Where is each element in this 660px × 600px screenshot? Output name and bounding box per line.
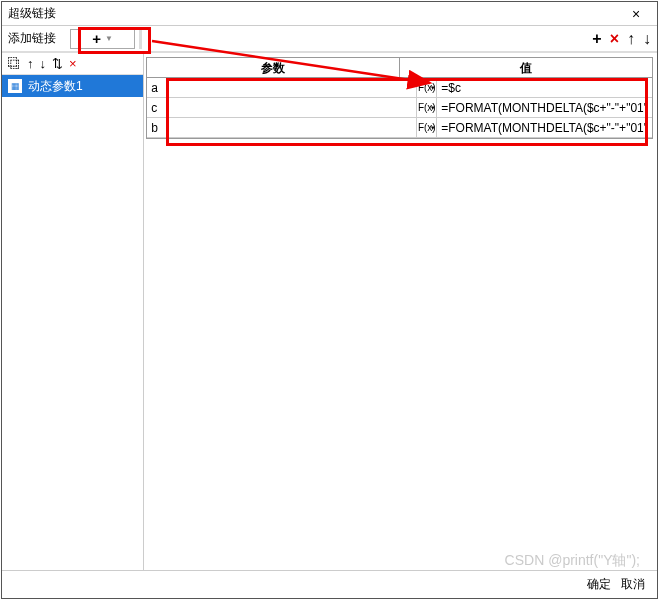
down-icon[interactable]: ↓ <box>40 56 47 71</box>
formula-button[interactable]: F(x) <box>417 98 437 117</box>
header-value: 值 <box>400 58 652 77</box>
copy-icon[interactable]: ⿻ <box>8 56 21 71</box>
table-row[interactable]: c F(x) =FORMAT(MONTHDELTA($c+"-"+"01" <box>147 98 652 118</box>
cell-param[interactable]: b <box>147 118 417 137</box>
left-pane: ⿻ ↑ ↓ ⇅ × ▦ 动态参数1 <box>2 53 144 570</box>
nav-back-icon[interactable] <box>139 29 145 49</box>
cell-param[interactable]: c <box>147 98 417 117</box>
up-icon[interactable]: ↑ <box>27 56 34 71</box>
toolbar: 添加链接 + ▼ + × ↑ ↓ <box>2 26 657 52</box>
table-header: 参数 值 <box>147 58 652 78</box>
header-param: 参数 <box>147 58 400 77</box>
add-row-icon[interactable]: + <box>592 30 601 48</box>
param-table: 参数 值 a F(x) =$c c F(x) =FORMAT(MONTHDELT… <box>146 57 653 139</box>
delete-icon[interactable]: × <box>69 56 77 71</box>
dialog-window: 超级链接 × 添加链接 + ▼ + × ↑ ↓ ⿻ ↑ ↓ ⇅ × ▦ <box>1 1 658 599</box>
link-type-icon: ▦ <box>8 79 22 93</box>
content-area: ⿻ ↑ ↓ ⇅ × ▦ 动态参数1 参数 值 a F(x) =$c <box>2 52 657 570</box>
add-link-button[interactable]: + ▼ <box>70 29 135 49</box>
delete-row-icon[interactable]: × <box>610 30 619 48</box>
titlebar: 超级链接 × <box>2 2 657 26</box>
cell-value[interactable]: =FORMAT(MONTHDELTA($c+"-"+"01" <box>437 118 652 137</box>
footer: 确定 取消 <box>2 570 657 598</box>
chevron-down-icon: ▼ <box>105 34 113 43</box>
sort-icon[interactable]: ⇅ <box>52 56 63 71</box>
formula-button[interactable]: F(x) <box>417 118 437 137</box>
move-down-icon[interactable]: ↓ <box>643 30 651 48</box>
table-row[interactable]: a F(x) =$c <box>147 78 652 98</box>
toolbar-label: 添加链接 <box>8 30 66 47</box>
cell-value[interactable]: =$c <box>437 78 652 97</box>
list-item[interactable]: ▦ 动态参数1 <box>2 75 143 97</box>
cancel-button[interactable]: 取消 <box>621 576 645 593</box>
table-row[interactable]: b F(x) =FORMAT(MONTHDELTA($c+"-"+"01" <box>147 118 652 138</box>
window-title: 超级链接 <box>8 5 621 22</box>
move-up-icon[interactable]: ↑ <box>627 30 635 48</box>
right-toolbar: + × ↑ ↓ <box>592 30 651 48</box>
right-pane: 参数 值 a F(x) =$c c F(x) =FORMAT(MONTHDELT… <box>144 53 657 570</box>
close-icon[interactable]: × <box>621 6 651 22</box>
ok-button[interactable]: 确定 <box>587 576 611 593</box>
list-item-label: 动态参数1 <box>28 78 83 95</box>
cell-param[interactable]: a <box>147 78 417 97</box>
formula-button[interactable]: F(x) <box>417 78 437 97</box>
plus-icon: + <box>92 30 101 47</box>
left-toolbar: ⿻ ↑ ↓ ⇅ × <box>2 53 143 75</box>
cell-value[interactable]: =FORMAT(MONTHDELTA($c+"-"+"01" <box>437 98 652 117</box>
